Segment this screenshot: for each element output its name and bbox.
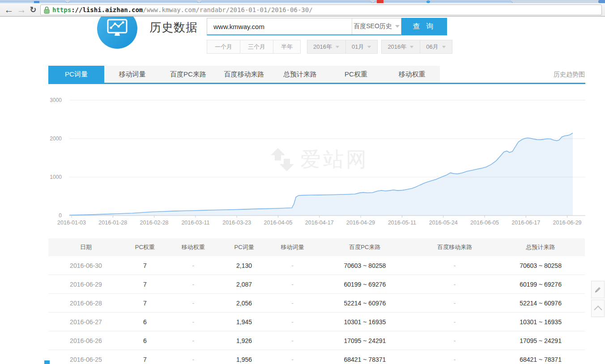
- tab-underline: [48, 83, 585, 84]
- chart-area: [69, 133, 573, 216]
- end-month-label: 06月: [426, 43, 438, 51]
- start-month-label: 01月: [352, 43, 364, 51]
- table-cell: 1,926: [220, 337, 268, 344]
- domain-search-input[interactable]: [207, 18, 352, 34]
- y-tick-label: 1000: [50, 174, 62, 180]
- filter-row: 一个月三个月半年 2016年 01月 2016年 06月: [207, 40, 452, 54]
- table-row: 2016-06-257-1,956-68421 ~ 78371-68421 ~ …: [48, 350, 585, 364]
- x-tick-label: 2016-06-17: [511, 220, 540, 226]
- padlock-icon: [44, 6, 50, 14]
- table-header-cell: 百度PC来路: [316, 243, 413, 251]
- table-row: 2016-06-297-2,087-60199 ~ 69276-60199 ~ …: [48, 275, 585, 294]
- table-cell: 1,956: [220, 356, 268, 363]
- table-cell: -: [166, 262, 220, 269]
- table-header-cell: PC词量: [220, 243, 268, 251]
- x-tick-label: 2016-01-03: [57, 220, 86, 226]
- page-title: 历史数据: [149, 20, 198, 35]
- chevron-down-icon: [395, 25, 400, 28]
- table-cell: 2,087: [220, 281, 268, 288]
- new-tab-button[interactable]: [598, 0, 605, 3]
- range-一个月[interactable]: 一个月: [207, 40, 240, 54]
- url-scheme: https: [52, 6, 71, 13]
- start-year-label: 2016年: [313, 43, 332, 51]
- range-半年[interactable]: 半年: [273, 40, 301, 54]
- chevron-down-icon: [367, 46, 371, 48]
- table-cell: -: [268, 337, 317, 344]
- range-三个月[interactable]: 三个月: [240, 40, 273, 54]
- table-cell: -: [166, 281, 220, 288]
- table-cell: 70603 ~ 80258: [496, 262, 585, 269]
- chevron-down-icon: [410, 46, 414, 48]
- table-cell: 2016-06-25: [48, 356, 124, 363]
- range-group: 一个月三个月半年: [207, 40, 301, 54]
- y-axis: 0100020003000: [45, 89, 65, 224]
- search-type-label: 百度SEO历史: [354, 22, 392, 30]
- tab-PC权重[interactable]: PC权重: [328, 66, 384, 83]
- back-to-top-button[interactable]: [591, 300, 605, 317]
- back-button[interactable]: ←: [4, 3, 14, 17]
- tab-移动权重[interactable]: 移动权重: [384, 66, 440, 83]
- table-cell: -: [166, 356, 220, 363]
- forward-button[interactable]: →: [16, 3, 27, 17]
- table-row: 2016-06-266-1,926-17095 ~ 24291-17095 ~ …: [48, 331, 585, 350]
- table-cell: -: [166, 300, 220, 307]
- table-cell: 6: [124, 337, 166, 344]
- history-trend-link[interactable]: 历史趋势图: [554, 66, 585, 83]
- browser-toolbar: ← → ↻ https://lishi.aizhan.com/www.kmway…: [0, 3, 605, 17]
- table-header-cell: 移动权重: [166, 243, 220, 251]
- tab-移动词量[interactable]: 移动词量: [104, 66, 160, 83]
- start-month-select[interactable]: 01月: [346, 40, 378, 54]
- x-tick-label: 2016-06-29: [553, 220, 582, 226]
- search-box: 百度SEO历史: [207, 18, 401, 35]
- refresh-button[interactable]: ↻: [28, 3, 38, 17]
- y-tick-label: 3000: [50, 97, 62, 103]
- table-cell: 10301 ~ 16935: [316, 318, 413, 326]
- table-cell: -: [268, 318, 317, 326]
- x-tick-label: 2016-04-17: [305, 220, 334, 226]
- table-cell: -: [166, 318, 220, 326]
- table-cell: -: [413, 318, 496, 326]
- table-header-cell: PC权重: [124, 243, 166, 251]
- history-chart-logo-icon: [104, 17, 130, 40]
- feedback-button[interactable]: [591, 281, 605, 298]
- table-cell: 7: [124, 300, 166, 307]
- table-row: 2016-06-307-2,130-70603 ~ 80258-70603 ~ …: [48, 256, 585, 275]
- x-tick-label: 2016-05-11: [388, 220, 416, 226]
- tab-strip: PC词量移动词量百度PC来路百度移动来路总预计来路PC权重移动权重: [48, 66, 440, 83]
- tab-百度PC来路[interactable]: 百度PC来路: [160, 66, 216, 83]
- chevron-up-icon: [594, 305, 602, 313]
- search-type-dropdown[interactable]: 百度SEO历史: [352, 18, 401, 34]
- browser-tab-strip: [0, 0, 605, 3]
- table-cell: 7: [124, 356, 166, 363]
- table-cell: 68421 ~ 78371: [316, 356, 413, 363]
- end-year-label: 2016年: [388, 43, 406, 51]
- x-tick-label: 2016-04-05: [264, 220, 293, 226]
- table-cell: 2,056: [220, 300, 268, 307]
- table-header-row: 日期PC权重移动权重PC词量移动词量百度PC来路百度移动来路总预计来路: [48, 238, 585, 256]
- tab-总预计来路[interactable]: 总预计来路: [272, 66, 328, 83]
- tab-百度移动来路[interactable]: 百度移动来路: [216, 66, 272, 83]
- url-bar[interactable]: https://lishi.aizhan.com/www.kmway.com/r…: [40, 4, 602, 15]
- table-cell: 6: [124, 318, 166, 326]
- table-body: 2016-06-307-2,130-70603 ~ 80258-70603 ~ …: [48, 256, 585, 364]
- x-tick-label: 2016-06-05: [470, 220, 499, 226]
- table-cell: 2016-06-29: [48, 281, 124, 288]
- table-cell: 7: [124, 262, 166, 269]
- table-cell: 2016-06-28: [48, 300, 124, 307]
- chevron-down-icon: [336, 46, 340, 48]
- table-cell: 2016-06-27: [48, 318, 124, 326]
- tab-PC词量[interactable]: PC词量: [48, 66, 104, 83]
- query-button[interactable]: 查 询: [401, 18, 447, 35]
- table-cell: 52214 ~ 60976: [496, 300, 585, 307]
- table-cell: 52214 ~ 60976: [316, 300, 413, 307]
- end-year-select[interactable]: 2016年: [381, 40, 420, 54]
- table-cell: -: [166, 337, 220, 344]
- pencil-icon: [594, 286, 601, 293]
- x-tick-label: 2016-01-28: [98, 220, 127, 226]
- table-cell: -: [268, 262, 317, 269]
- table-cell: -: [413, 356, 496, 363]
- start-year-select[interactable]: 2016年: [307, 40, 346, 54]
- y-tick-label: 0: [59, 212, 62, 219]
- end-month-select[interactable]: 06月: [420, 40, 452, 54]
- table-header-cell: 日期: [48, 243, 124, 251]
